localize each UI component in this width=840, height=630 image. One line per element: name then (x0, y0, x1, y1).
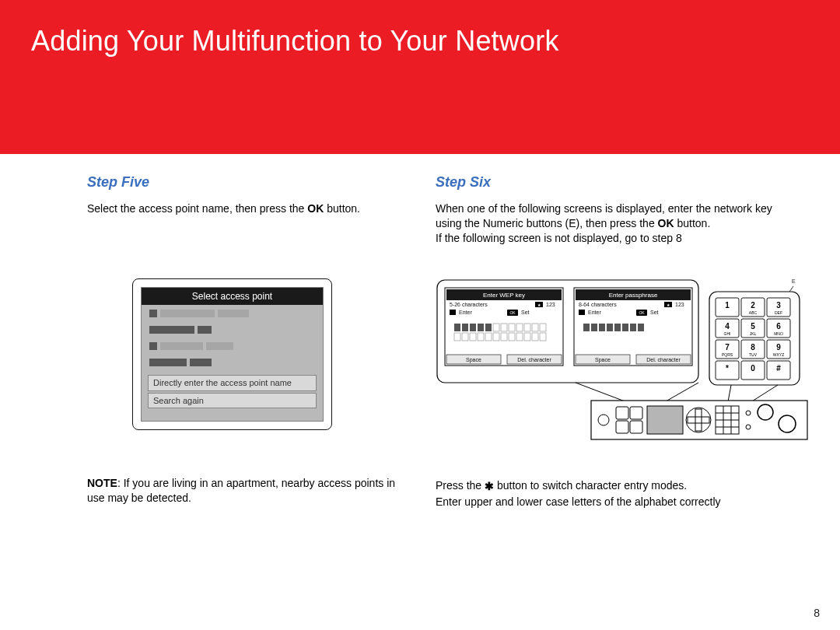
column-left: Step Five Select the access point name, … (87, 174, 414, 216)
keypad-key-digit: 6 (776, 322, 781, 331)
post-pre: Press the (436, 479, 485, 492)
svg-rect-43 (614, 324, 621, 331)
step-six-body-line2: If the following screen is not displayed… (436, 232, 682, 244)
svg-rect-9 (470, 324, 476, 331)
lcd-wep-cells (453, 322, 554, 344)
printer-panel (591, 401, 807, 439)
step-six-heading: Step Six (436, 174, 793, 191)
step-five-body-pre: Select the access point name, then press… (87, 202, 307, 215)
keypad-key-letters: JKL (750, 331, 757, 336)
lcd-pass-charinfo: 8-64 characters (579, 302, 617, 307)
header-bar: Adding Your Multifunction to Your Networ… (0, 0, 840, 154)
step-six-body: When one of the following screens is dis… (436, 201, 793, 246)
page: Adding Your Multifunction to Your Networ… (0, 0, 840, 630)
keypad-key-letters: ABC (749, 310, 758, 315)
step-five-body: Select the access point name, then press… (87, 201, 414, 216)
step-six-footer: Press the ✱ button to switch character e… (436, 478, 793, 510)
keypad-key-letters: MNO (774, 331, 783, 336)
keypad-key-digit: 3 (776, 301, 781, 310)
lcd-pass-ok: OK (639, 310, 645, 315)
keypad-key-letters: WXYZ (773, 352, 784, 357)
keypad-key-digit: 7 (725, 343, 730, 352)
lcd-wep-enter: Enter (459, 310, 472, 315)
lcd-pass-enter: Enter (588, 310, 601, 315)
keypad-key-digit: 2 (751, 301, 755, 310)
keypad-key-letters: TUV (749, 352, 758, 357)
svg-rect-8 (462, 324, 468, 331)
lcd-wep: Enter WEP key 5-26 characters ★ 123 Ente… (445, 288, 563, 366)
lcd-wep-space: Space (466, 357, 481, 363)
lcd-wep-mode: 123 (546, 302, 555, 307)
step-six-body-pre: When one of the following screens is dis… (436, 202, 772, 229)
keypad-key-digit: 1 (725, 301, 730, 310)
lcd-wep-title: Enter WEP key (483, 292, 525, 299)
label-e: E (792, 278, 796, 284)
post-line2: Enter upper and lower case letters of th… (436, 495, 721, 508)
svg-rect-42 (607, 324, 613, 331)
lcd-wep-ok: OK (509, 310, 516, 315)
keypad-key-digit: * (726, 364, 729, 373)
step-five-heading: Step Five (87, 174, 414, 191)
lcd-wep-set: Set (521, 310, 530, 315)
svg-rect-45 (630, 324, 636, 331)
page-title: Adding Your Multifunction to Your Networ… (31, 25, 559, 58)
list-item (149, 342, 315, 355)
svg-rect-44 (622, 324, 628, 331)
keypad-key-letters: DEF (775, 310, 782, 315)
keypad-key-digit: 4 (725, 322, 730, 331)
keypad-key-digit: 5 (751, 322, 755, 331)
svg-rect-39 (583, 324, 590, 331)
ok-label: OK (658, 217, 674, 229)
note-body: : If you are living in an apartment, nea… (87, 477, 395, 504)
network-key-svg: E Enter WEP key 5-26 characters ★ 123 En… (436, 272, 809, 443)
svg-rect-41 (599, 324, 605, 331)
note-label: NOTE (87, 477, 117, 489)
lcd-title: Select access point (142, 288, 323, 305)
svg-rect-40 (591, 324, 597, 331)
column-right: Step Six When one of the following scree… (436, 174, 793, 246)
figure-network-key: E Enter WEP key 5-26 characters ★ 123 En… (436, 272, 809, 443)
lcd-wep-del: Del. character (517, 357, 551, 362)
keypad-key-digit: # (776, 364, 781, 373)
step-six-body-post: button. (674, 217, 711, 229)
lcd-pass-del: Del. character (646, 357, 681, 362)
ok-label: OK (307, 202, 324, 215)
svg-rect-37 (579, 310, 585, 315)
svg-rect-4 (450, 310, 456, 315)
lcd-pass-title: Enter passphrase (609, 292, 658, 299)
list-item (149, 326, 315, 338)
figure-select-access-point: Select access point Directly enter the a… (132, 278, 332, 430)
star-icon: ✱ (485, 478, 494, 495)
step-five-note: NOTE: If you are living in an apartment,… (87, 476, 414, 506)
list-item (149, 310, 315, 322)
svg-rect-11 (485, 324, 492, 331)
post-post: button to switch character entry modes. (494, 479, 687, 492)
option-search-again: Search again (148, 393, 317, 409)
svg-rect-46 (638, 324, 644, 331)
svg-rect-7 (454, 324, 460, 331)
access-point-list (142, 305, 323, 371)
step-five-body-post: button. (324, 202, 360, 215)
keypad-key-digit: 0 (751, 364, 755, 373)
keypad-key-digit: 9 (776, 343, 781, 352)
page-number: 8 (814, 607, 820, 619)
list-item (149, 359, 315, 371)
option-direct-entry: Directly enter the access point name (148, 375, 317, 391)
lcd-pass-set: Set (650, 310, 659, 315)
keypad-key-letters: PQRS (722, 352, 733, 357)
lcd-wep-charinfo: 5-26 characters (450, 302, 488, 307)
svg-rect-10 (478, 324, 484, 331)
lcd-pass-space: Space (595, 357, 611, 363)
svg-rect-55 (647, 406, 683, 434)
lcd-passphrase: Enter passphrase 8-64 characters ★ 123 E… (574, 288, 692, 366)
keypad-key-digit: 8 (751, 343, 755, 352)
lcd-screen: Select access point Directly enter the a… (141, 287, 324, 422)
keypad-key-letters: GHI (724, 331, 731, 336)
lcd-pass-mode: 123 (675, 302, 684, 307)
